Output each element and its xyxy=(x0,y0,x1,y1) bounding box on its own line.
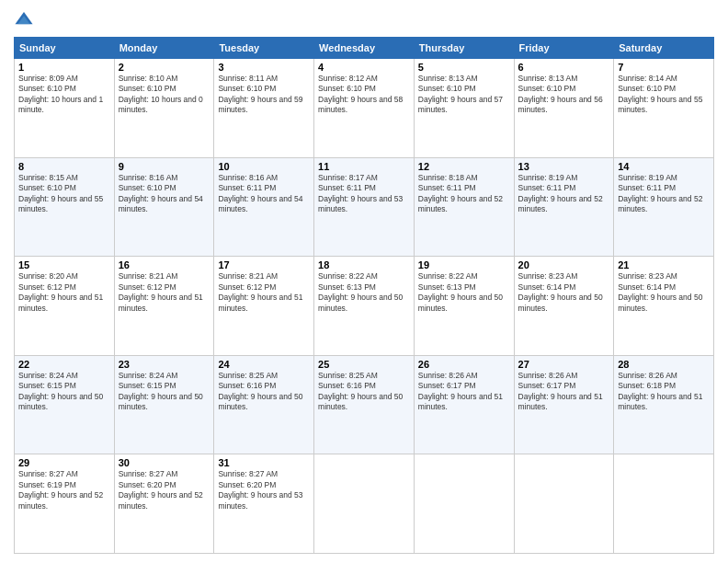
daylight-label: Daylight: 9 hours and 58 minutes. xyxy=(318,95,403,114)
day-info: Sunrise: 8:24 AM Sunset: 6:15 PM Dayligh… xyxy=(18,371,110,413)
daylight-label: Daylight: 9 hours and 50 minutes. xyxy=(119,392,203,411)
cell-day-empty xyxy=(414,454,514,554)
sunset-label: Sunset: 6:11 PM xyxy=(518,183,576,192)
sunrise-label: Sunrise: 8:21 AM xyxy=(218,271,278,281)
daylight-label: Daylight: 10 hours and 0 minutes. xyxy=(119,95,203,114)
sunrise-label: Sunrise: 8:26 AM xyxy=(618,371,677,380)
day-info: Sunrise: 8:15 AM Sunset: 6:10 PM Dayligh… xyxy=(18,173,110,215)
day-number: 15 xyxy=(18,259,110,270)
cell-day-31: 31 Sunrise: 8:27 AM Sunset: 6:20 PM Dayl… xyxy=(214,454,314,554)
cell-day-22: 22 Sunrise: 8:24 AM Sunset: 6:15 PM Dayl… xyxy=(15,355,115,454)
daylight-label: Daylight: 9 hours and 52 minutes. xyxy=(618,194,702,213)
sunset-label: Sunset: 6:11 PM xyxy=(218,183,276,192)
day-number: 17 xyxy=(218,259,310,270)
cell-day-23: 23 Sunrise: 8:24 AM Sunset: 6:15 PM Dayl… xyxy=(114,355,214,454)
sunset-label: Sunset: 6:11 PM xyxy=(618,183,676,192)
week-row-2: 8 Sunrise: 8:15 AM Sunset: 6:10 PM Dayli… xyxy=(15,157,714,257)
daylight-label: Daylight: 9 hours and 54 minutes. xyxy=(218,194,302,213)
cell-day-4: 4 Sunrise: 8:12 AM Sunset: 6:10 PM Dayli… xyxy=(314,59,415,158)
sunrise-label: Sunrise: 8:19 AM xyxy=(618,173,677,182)
sunrise-label: Sunrise: 8:21 AM xyxy=(119,271,178,281)
daylight-label: Daylight: 9 hours and 55 minutes. xyxy=(18,194,103,213)
day-info: Sunrise: 8:20 AM Sunset: 6:12 PM Dayligh… xyxy=(18,271,110,314)
sunrise-label: Sunrise: 8:17 AM xyxy=(318,173,378,182)
daylight-label: Daylight: 9 hours and 50 minutes. xyxy=(618,293,702,312)
day-number: 16 xyxy=(119,259,210,270)
day-number: 26 xyxy=(418,359,510,370)
daylight-label: Daylight: 9 hours and 59 minutes. xyxy=(218,95,302,114)
week-row-3: 15 Sunrise: 8:20 AM Sunset: 6:12 PM Dayl… xyxy=(15,257,714,356)
sunrise-label: Sunrise: 8:27 AM xyxy=(119,469,178,478)
cell-day-6: 6 Sunrise: 8:13 AM Sunset: 6:10 PM Dayli… xyxy=(514,59,614,158)
sunset-label: Sunset: 6:15 PM xyxy=(119,381,176,390)
sunrise-label: Sunrise: 8:20 AM xyxy=(18,271,78,281)
sunrise-label: Sunrise: 8:25 AM xyxy=(318,371,378,380)
cell-day-24: 24 Sunrise: 8:25 AM Sunset: 6:16 PM Dayl… xyxy=(214,355,314,454)
day-info: Sunrise: 8:25 AM Sunset: 6:16 PM Dayligh… xyxy=(318,371,410,413)
calendar-table: Sunday Monday Tuesday Wednesday Thursday… xyxy=(14,37,714,554)
day-number: 29 xyxy=(18,457,110,468)
cell-day-12: 12 Sunrise: 8:18 AM Sunset: 6:11 PM Dayl… xyxy=(414,157,514,257)
col-thursday: Thursday xyxy=(414,38,514,59)
day-info: Sunrise: 8:14 AM Sunset: 6:10 PM Dayligh… xyxy=(618,74,710,116)
sunrise-label: Sunrise: 8:13 AM xyxy=(518,74,578,83)
daylight-label: Daylight: 9 hours and 57 minutes. xyxy=(418,95,503,114)
cell-day-13: 13 Sunrise: 8:19 AM Sunset: 6:11 PM Dayl… xyxy=(514,157,614,257)
week-row-4: 22 Sunrise: 8:24 AM Sunset: 6:15 PM Dayl… xyxy=(15,355,714,454)
sunset-label: Sunset: 6:10 PM xyxy=(218,84,276,93)
sunrise-label: Sunrise: 8:25 AM xyxy=(218,371,278,380)
day-number: 19 xyxy=(418,259,510,270)
day-number: 10 xyxy=(218,161,310,172)
cell-day-2: 2 Sunrise: 8:10 AM Sunset: 6:10 PM Dayli… xyxy=(114,59,214,158)
sunset-label: Sunset: 6:13 PM xyxy=(318,282,376,292)
sunset-label: Sunset: 6:13 PM xyxy=(418,282,476,292)
sunrise-label: Sunrise: 8:09 AM xyxy=(18,74,78,83)
sunrise-label: Sunrise: 8:22 AM xyxy=(418,271,478,281)
sunrise-label: Sunrise: 8:24 AM xyxy=(119,371,178,380)
sunrise-label: Sunrise: 8:26 AM xyxy=(518,371,578,380)
day-number: 27 xyxy=(518,359,610,370)
sunset-label: Sunset: 6:20 PM xyxy=(218,480,276,489)
day-info: Sunrise: 8:21 AM Sunset: 6:12 PM Dayligh… xyxy=(119,271,210,314)
sunrise-label: Sunrise: 8:24 AM xyxy=(18,371,78,380)
sunset-label: Sunset: 6:17 PM xyxy=(418,381,476,390)
day-number: 20 xyxy=(518,259,610,270)
day-info: Sunrise: 8:25 AM Sunset: 6:16 PM Dayligh… xyxy=(218,371,310,413)
day-number: 31 xyxy=(218,457,310,468)
sunrise-label: Sunrise: 8:23 AM xyxy=(618,271,677,281)
day-info: Sunrise: 8:27 AM Sunset: 6:20 PM Dayligh… xyxy=(218,469,310,511)
header xyxy=(14,9,714,29)
col-friday: Friday xyxy=(514,38,614,59)
cell-day-30: 30 Sunrise: 8:27 AM Sunset: 6:20 PM Dayl… xyxy=(114,454,214,554)
day-info: Sunrise: 8:13 AM Sunset: 6:10 PM Dayligh… xyxy=(418,74,510,116)
page: Sunday Monday Tuesday Wednesday Thursday… xyxy=(0,0,728,563)
sunrise-label: Sunrise: 8:22 AM xyxy=(318,271,378,281)
sunset-label: Sunset: 6:17 PM xyxy=(518,381,576,390)
day-number: 22 xyxy=(18,359,110,370)
day-info: Sunrise: 8:21 AM Sunset: 6:12 PM Dayligh… xyxy=(218,271,310,314)
daylight-label: Daylight: 9 hours and 53 minutes. xyxy=(318,194,403,213)
sunset-label: Sunset: 6:16 PM xyxy=(218,381,276,390)
cell-day-20: 20 Sunrise: 8:23 AM Sunset: 6:14 PM Dayl… xyxy=(514,257,614,356)
day-number: 12 xyxy=(418,161,510,172)
day-info: Sunrise: 8:16 AM Sunset: 6:11 PM Dayligh… xyxy=(218,173,310,215)
daylight-label: Daylight: 9 hours and 51 minutes. xyxy=(18,293,103,312)
sunrise-label: Sunrise: 8:12 AM xyxy=(318,74,378,83)
day-info: Sunrise: 8:19 AM Sunset: 6:11 PM Dayligh… xyxy=(518,173,610,215)
sunset-label: Sunset: 6:10 PM xyxy=(518,84,576,93)
sunrise-label: Sunrise: 8:16 AM xyxy=(119,173,178,182)
day-number: 5 xyxy=(418,62,510,73)
sunset-label: Sunset: 6:10 PM xyxy=(618,84,676,93)
day-info: Sunrise: 8:27 AM Sunset: 6:20 PM Dayligh… xyxy=(119,469,210,511)
cell-day-21: 21 Sunrise: 8:23 AM Sunset: 6:14 PM Dayl… xyxy=(614,257,714,356)
day-number: 9 xyxy=(119,161,210,172)
col-sunday: Sunday xyxy=(15,38,115,59)
daylight-label: Daylight: 9 hours and 50 minutes. xyxy=(418,293,503,312)
daylight-label: Daylight: 9 hours and 51 minutes. xyxy=(518,392,603,411)
cell-day-25: 25 Sunrise: 8:25 AM Sunset: 6:16 PM Dayl… xyxy=(314,355,415,454)
day-info: Sunrise: 8:11 AM Sunset: 6:10 PM Dayligh… xyxy=(218,74,310,116)
week-row-5: 29 Sunrise: 8:27 AM Sunset: 6:19 PM Dayl… xyxy=(15,454,714,554)
cell-day-26: 26 Sunrise: 8:26 AM Sunset: 6:17 PM Dayl… xyxy=(414,355,514,454)
day-number: 23 xyxy=(119,359,210,370)
sunset-label: Sunset: 6:10 PM xyxy=(18,84,76,93)
